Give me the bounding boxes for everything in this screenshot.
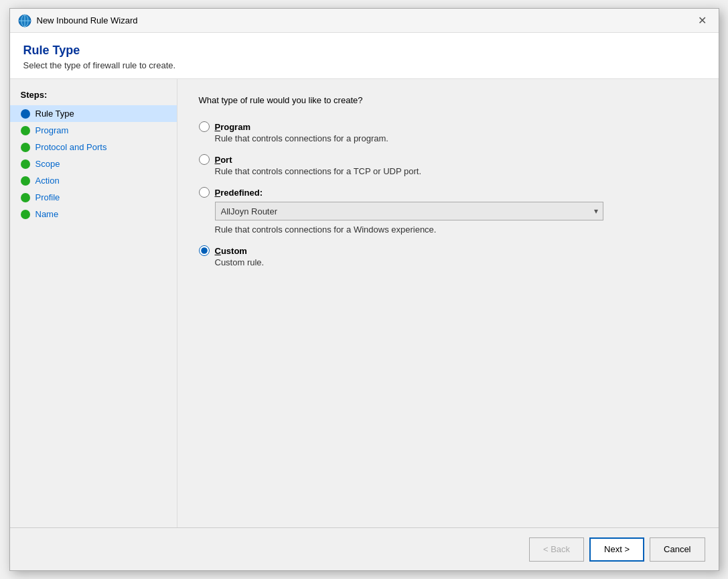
step-label-scope: Scope	[35, 159, 60, 169]
sidebar-item-scope[interactable]: Scope	[10, 155, 177, 172]
step-label-action: Action	[35, 176, 60, 186]
sidebar-item-rule-type[interactable]: Rule Type	[10, 105, 177, 122]
option-item-custom: Custom Custom rule.	[199, 245, 697, 267]
desc-custom: Custom rule.	[215, 257, 697, 267]
sidebar-item-profile[interactable]: Profile	[10, 189, 177, 206]
step-dot-profile	[21, 193, 30, 202]
predefined-select[interactable]: AllJoyn Router BranchCache - Content Ret…	[215, 202, 603, 220]
label-port[interactable]: Port	[215, 155, 232, 165]
back-button[interactable]: < Back	[529, 537, 584, 562]
option-item-port: Port Rule that controls connections for …	[199, 154, 697, 176]
predefined-select-wrap: AllJoyn Router BranchCache - Content Ret…	[215, 202, 603, 220]
sidebar-item-protocol-ports[interactable]: Protocol and Ports	[10, 139, 177, 155]
step-dot-program	[21, 126, 30, 135]
option-row-custom: Custom	[199, 245, 697, 256]
content-area: Steps: Rule Type Program Protocol and Po…	[10, 79, 719, 527]
header-area: Rule Type Select the type of firewall ru…	[10, 33, 719, 79]
label-program[interactable]: Program	[215, 122, 250, 132]
option-group: Program Rule that controls connections f…	[199, 121, 697, 278]
option-item-program: Program Rule that controls connections f…	[199, 121, 697, 143]
radio-predefined[interactable]	[199, 187, 210, 198]
label-custom[interactable]: Custom	[215, 246, 247, 256]
sidebar-item-name[interactable]: Name	[10, 206, 177, 222]
option-item-predefined: Predefined: AllJoyn Router BranchCache -…	[199, 187, 697, 235]
step-label-name: Name	[35, 209, 59, 219]
title-bar: New Inbound Rule Wizard ✕	[10, 9, 719, 33]
radio-custom[interactable]	[199, 245, 210, 256]
label-predefined[interactable]: Predefined:	[215, 188, 263, 198]
option-row-program: Program	[199, 121, 697, 132]
cancel-button[interactable]: Cancel	[650, 537, 705, 562]
sidebar: Steps: Rule Type Program Protocol and Po…	[10, 79, 177, 527]
title-bar-left: New Inbound Rule Wizard	[18, 14, 138, 27]
step-dot-rule-type	[21, 109, 30, 119]
step-label-profile: Profile	[35, 192, 60, 202]
option-row-port: Port	[199, 154, 697, 165]
radio-program[interactable]	[199, 121, 210, 132]
step-label-protocol-ports: Protocol and Ports	[35, 142, 107, 152]
step-label-rule-type: Rule Type	[35, 109, 74, 119]
desc-port: Rule that controls connections for a TCP…	[215, 166, 697, 176]
step-dot-name	[21, 210, 30, 219]
header-subtitle: Select the type of firewall rule to crea…	[23, 60, 705, 70]
dialog-title: New Inbound Rule Wizard	[37, 15, 138, 25]
option-row-predefined: Predefined:	[199, 187, 697, 198]
steps-label: Steps:	[10, 90, 177, 105]
dialog: New Inbound Rule Wizard ✕ Rule Type Sele…	[9, 8, 719, 571]
step-dot-protocol-ports	[21, 143, 30, 152]
step-label-program: Program	[35, 125, 69, 135]
sidebar-item-program[interactable]: Program	[10, 122, 177, 139]
step-dot-action	[21, 176, 30, 186]
wizard-icon	[18, 14, 31, 27]
close-button[interactable]: ✕	[695, 13, 711, 29]
main-panel: What type of rule would you like to crea…	[177, 79, 719, 527]
radio-port[interactable]	[199, 154, 210, 165]
step-dot-scope	[21, 159, 30, 169]
header-title: Rule Type	[23, 44, 705, 58]
desc-program: Rule that controls connections for a pro…	[215, 133, 697, 143]
desc-predefined: Rule that controls connections for a Win…	[215, 224, 697, 235]
question-text: What type of rule would you like to crea…	[199, 95, 697, 105]
footer: < Back Next > Cancel	[10, 527, 719, 570]
sidebar-item-action[interactable]: Action	[10, 172, 177, 189]
next-button[interactable]: Next >	[589, 537, 644, 562]
